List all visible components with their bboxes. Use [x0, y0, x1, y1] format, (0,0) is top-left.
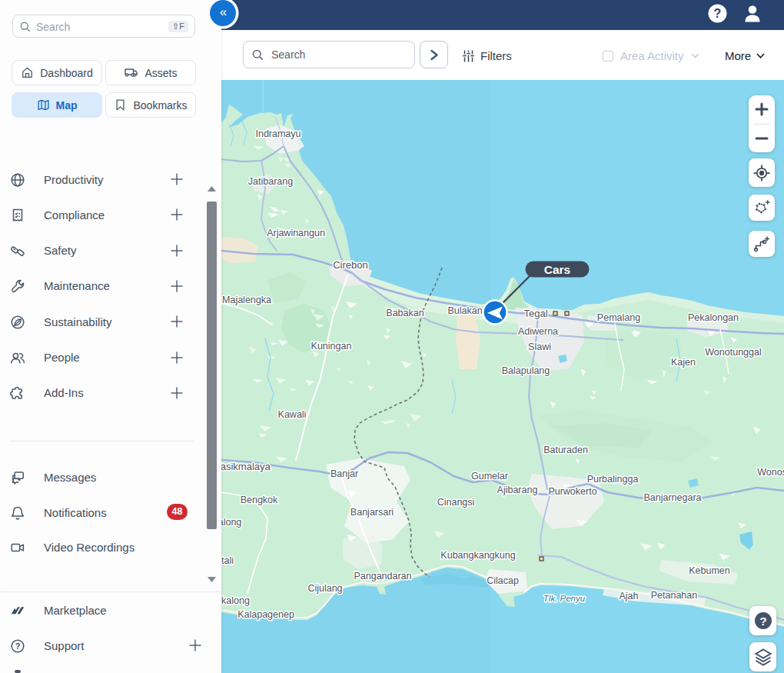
svg-text:Ajah: Ajah	[619, 591, 638, 601]
svg-text:?: ?	[714, 7, 722, 20]
svg-text:Tasikmalaya: Tasikmalaya	[221, 461, 271, 472]
svg-text:Baturaden: Baturaden	[543, 445, 588, 455]
svg-text:Kebumen: Kebumen	[689, 565, 730, 576]
svg-text:Pemalang: Pemalang	[597, 312, 640, 323]
svg-text:Adiwerna: Adiwerna	[518, 326, 558, 337]
svg-text:Purbalingga: Purbalingga	[587, 474, 639, 485]
svg-text:Banjarsari: Banjarsari	[350, 507, 394, 518]
svg-text:Kawali: Kawali	[278, 409, 307, 420]
svg-text:Pangandaran: Pangandaran	[354, 571, 411, 581]
svg-text:Wonosobo: Wonosobo	[757, 467, 784, 478]
svg-text:Cijulang: Cijulang	[307, 583, 342, 594]
svg-text:Kuningan: Kuningan	[311, 341, 352, 351]
svg-text:Pekalongan: Pekalongan	[688, 312, 739, 323]
svg-text:Tlk. Penyu: Tlk. Penyu	[543, 594, 586, 603]
svg-text:tali: tali	[221, 555, 234, 566]
svg-text:Indramayu: Indramayu	[255, 128, 301, 139]
svg-text:Majalengka: Majalengka	[222, 295, 271, 305]
svg-text:Petanahan: Petanahan	[651, 590, 698, 601]
svg-text:Balapulang: Balapulang	[502, 365, 550, 376]
svg-text:Bulakan: Bulakan	[447, 305, 482, 316]
svg-text:?: ?	[759, 615, 766, 628]
svg-text:Gumelar: Gumelar	[471, 471, 508, 481]
svg-text:Kajen: Kajen	[671, 357, 696, 368]
svg-text:Bengkok: Bengkok	[241, 495, 278, 505]
svg-text:Tegal: Tegal	[523, 308, 547, 319]
svg-text:Cinangsi: Cinangsi	[437, 497, 475, 508]
svg-text:Cikalong: Cikalong	[221, 517, 241, 528]
svg-text:?: ?	[15, 641, 21, 651]
svg-text:Kubangkangkung: Kubangkangkung	[440, 550, 515, 561]
svg-text:Cilacap: Cilacap	[487, 575, 519, 586]
svg-text:Cirebon: Cirebon	[333, 259, 368, 271]
svg-text:Slawi: Slawi	[528, 341, 551, 352]
svg-text:Wonotunggal: Wonotunggal	[705, 347, 761, 358]
svg-text:Kalapagenep: Kalapagenep	[238, 609, 294, 620]
svg-text:Arjawinangun: Arjawinangun	[267, 228, 325, 238]
svg-text:Babakan: Babakan	[386, 308, 424, 318]
svg-text:Purwokerto: Purwokerto	[548, 486, 596, 497]
svg-text:Banjar: Banjar	[331, 468, 358, 479]
svg-text:Ajibarang: Ajibarang	[497, 485, 538, 495]
svg-text:kalong: kalong	[221, 595, 250, 606]
svg-text:Jatibarang: Jatibarang	[248, 176, 293, 187]
svg-text:Cars: Cars	[544, 263, 570, 276]
svg-text:Banjarnegara: Banjarnegara	[643, 492, 701, 503]
